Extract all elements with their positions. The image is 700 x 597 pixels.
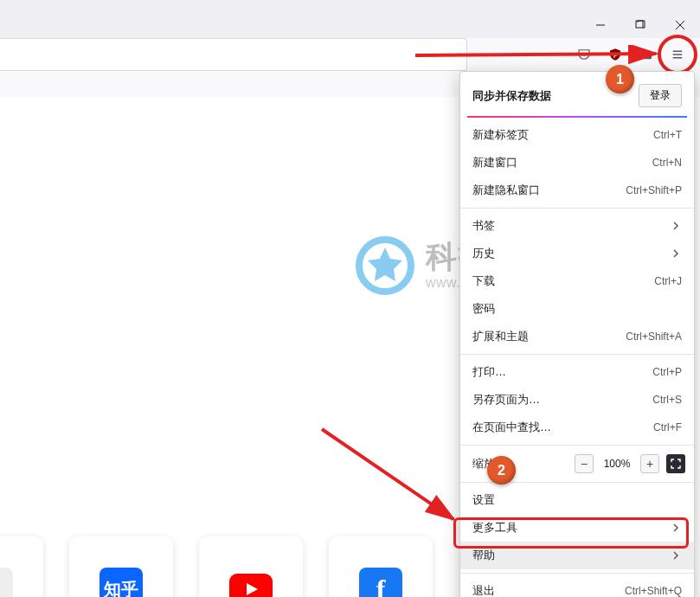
menu-item-bookmarks[interactable]: 书签 bbox=[460, 212, 694, 240]
annotation-step-1: 1 bbox=[606, 65, 634, 93]
watermark-logo-icon bbox=[355, 235, 415, 296]
youtube-icon bbox=[229, 568, 273, 597]
menu-item-history[interactable]: 历史 bbox=[460, 240, 694, 267]
menu-item-new-window[interactable]: 新建窗口Ctrl+N bbox=[460, 149, 694, 177]
chevron-right-icon bbox=[670, 220, 682, 232]
menu-item-find[interactable]: 在页面中查找…Ctrl+F bbox=[460, 414, 694, 441]
login-button[interactable]: 登录 bbox=[639, 84, 682, 107]
chevron-right-icon bbox=[670, 247, 682, 260]
fullscreen-button[interactable] bbox=[666, 454, 685, 473]
address-bar[interactable] bbox=[0, 38, 467, 71]
menu-item-downloads[interactable]: 下载Ctrl+J bbox=[460, 267, 694, 295]
menu-item-new-private[interactable]: 新建隐私窗口Ctrl+Shift+P bbox=[460, 177, 694, 204]
menu-item-save-as[interactable]: 另存页面为…Ctrl+S bbox=[460, 386, 694, 414]
menu-item-help[interactable]: 帮助 bbox=[460, 542, 694, 569]
tile-generic[interactable] bbox=[0, 536, 43, 597]
svg-rect-6 bbox=[229, 574, 273, 597]
window-minimize-button[interactable] bbox=[581, 12, 620, 38]
chevron-right-icon bbox=[670, 549, 682, 562]
svg-point-3 bbox=[643, 54, 645, 56]
svg-rect-0 bbox=[636, 21, 643, 28]
chevron-right-icon bbox=[670, 522, 682, 534]
menu-item-exit[interactable]: 退出Ctrl+Shift+Q bbox=[460, 577, 694, 597]
ublock-icon[interactable]: µ bbox=[600, 42, 631, 67]
facebook-icon: f bbox=[359, 568, 402, 597]
menu-item-more-tools[interactable]: 更多工具 bbox=[460, 514, 694, 542]
window-titlebar bbox=[0, 0, 700, 38]
svg-text:µ: µ bbox=[613, 51, 617, 58]
tile-facebook[interactable]: f bbox=[329, 536, 433, 597]
app-menu-button[interactable] bbox=[662, 42, 693, 67]
window-close-button[interactable] bbox=[660, 12, 700, 38]
menu-item-new-tab[interactable]: 新建标签页Ctrl+T bbox=[460, 121, 694, 149]
pocket-icon[interactable] bbox=[568, 42, 600, 67]
tile-youtube[interactable] bbox=[199, 536, 303, 597]
browser-toolbar: µ bbox=[0, 38, 700, 71]
tile-zhihu[interactable]: 知乎 bbox=[69, 536, 173, 597]
extension-icon[interactable] bbox=[631, 42, 662, 67]
menu-item-passwords[interactable]: 密码 bbox=[460, 295, 694, 323]
menu-sync-title: 同步并保存数据 bbox=[472, 88, 551, 104]
svg-point-5 bbox=[359, 240, 411, 292]
app-menu-dropdown: 同步并保存数据 登录 新建标签页Ctrl+T 新建窗口Ctrl+N 新建隐私窗口… bbox=[459, 71, 695, 597]
zoom-in-button[interactable]: + bbox=[640, 454, 659, 473]
menu-item-settings[interactable]: 设置 bbox=[460, 486, 694, 514]
zoom-value: 100% bbox=[600, 458, 633, 470]
window-maximize-button[interactable] bbox=[620, 12, 660, 38]
top-sites-row: 知乎 f bbox=[0, 536, 433, 597]
zhihu-icon: 知乎 bbox=[100, 568, 143, 597]
svg-point-4 bbox=[648, 54, 651, 56]
menu-item-print[interactable]: 打印…Ctrl+P bbox=[460, 358, 694, 386]
accent-bar bbox=[467, 116, 687, 118]
annotation-step-2: 2 bbox=[487, 456, 516, 485]
menu-item-addons[interactable]: 扩展和主题Ctrl+Shift+A bbox=[460, 323, 694, 350]
zoom-out-button[interactable]: − bbox=[575, 454, 594, 473]
